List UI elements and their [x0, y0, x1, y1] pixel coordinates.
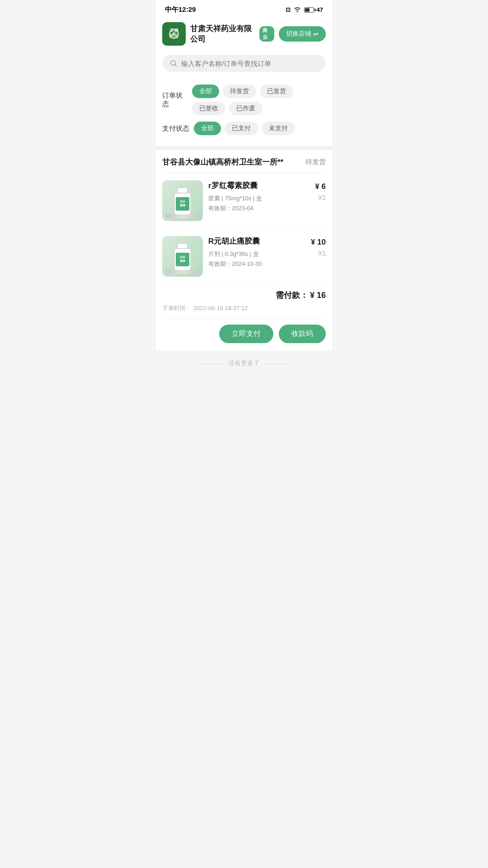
- product-spec: 片剂 | 0.3g*36s | 盒: [208, 250, 305, 258]
- payment-status-tabs: 全部 已支付 未支付: [194, 122, 295, 135]
- product-item: 安井 健康 R元胡止痛胶囊 片剂 | 0.3g*36s | 盒 有效期：2024…: [162, 229, 326, 284]
- wifi-icon: [293, 6, 301, 14]
- battery-icon: [304, 7, 314, 13]
- payment-status-tab-paid[interactable]: 已支付: [225, 122, 258, 135]
- order-total-row: 需付款： ¥ 16: [162, 284, 326, 304]
- product-image: 安井 健康: [162, 180, 203, 221]
- order-status-tab-cancelled[interactable]: 已作废: [229, 102, 263, 115]
- order-time-label: 下单时间：: [162, 305, 192, 311]
- status-time: 中午12:29: [165, 5, 196, 14]
- pay-now-button[interactable]: 立即支付: [219, 325, 273, 343]
- order-time: 下单时间： 2022-06-16 18:37:12: [162, 304, 326, 319]
- company-info: 甘肃天祥药业有限公司 商业: [190, 24, 274, 44]
- payment-status-row: 支付状态 全部 已支付 未支付: [162, 122, 326, 135]
- company-name-text: 甘肃天祥药业有限公司: [190, 24, 256, 44]
- order-status-tab-signed[interactable]: 已签收: [192, 102, 225, 115]
- order-status-tab-pending[interactable]: 待发货: [223, 85, 256, 98]
- search-section: [156, 50, 332, 78]
- order-status-tab-shipped[interactable]: 已发货: [260, 85, 293, 98]
- order-card: 甘谷县大像山镇高桥村卫生室一所** 待发货 安井 健康: [156, 150, 332, 350]
- order-header: 甘谷县大像山镇高桥村卫生室一所** 待发货: [162, 150, 326, 173]
- total-label: 需付款：: [276, 291, 308, 300]
- order-customer: 甘谷县大像山镇高桥村卫生室一所**: [162, 157, 305, 167]
- product-qty: X1: [318, 250, 326, 257]
- status-icons: ⊡ 47: [286, 6, 323, 14]
- order-status-label: 订单状态: [162, 91, 188, 108]
- order-status-tab-all[interactable]: 全部: [192, 85, 219, 98]
- product-image: 安井 健康: [162, 236, 203, 277]
- product-price: ¥ 10: [311, 238, 326, 247]
- order-time-value: 2022-06-16 18:37:12: [193, 305, 248, 311]
- product-expiry: 有效期：2023-04: [208, 204, 310, 212]
- product-price: ¥ 6: [315, 182, 326, 191]
- payment-status-tab-all[interactable]: 全部: [194, 122, 221, 135]
- search-icon: [169, 59, 178, 67]
- section-divider: [156, 146, 332, 150]
- payment-status-label: 支付状态: [162, 124, 189, 133]
- status-bar: 中午12:29 ⊡ 47: [156, 0, 332, 18]
- product-price-qty: ¥ 6 X1: [315, 180, 326, 201]
- order-actions: 立即支付 收款码: [162, 319, 326, 350]
- switch-icon: ⇌: [313, 30, 319, 38]
- order-status-badge: 待发货: [305, 158, 326, 166]
- product-qty: X1: [318, 194, 326, 201]
- app-header: 天祥 药业 甘肃天祥药业有限公司 商业 切换店铺 ⇌: [156, 18, 332, 50]
- product-expiry: 有效期：2024-10-30: [208, 260, 305, 268]
- battery-level: 47: [317, 6, 323, 13]
- order-status-row: 订单状态 全部 待发货 已发货 已签收 已作废: [162, 85, 326, 115]
- product-info: r罗红霉素胶囊 胶囊 | 75mg*10s | 盒 有效期：2023-04: [208, 180, 310, 212]
- product-name: r罗红霉素胶囊: [208, 180, 310, 191]
- switch-store-button[interactable]: 切换店铺 ⇌: [279, 26, 326, 42]
- search-input[interactable]: [181, 60, 319, 67]
- no-more-text: 没有更多了: [156, 350, 332, 381]
- product-name: R元胡止痛胶囊: [208, 236, 305, 246]
- company-name-row: 甘肃天祥药业有限公司 商业: [190, 24, 274, 44]
- screen-icon: ⊡: [286, 6, 291, 13]
- product-item: 安井 健康 r罗红霉素胶囊 胶囊 | 75mg*10s | 盒 有效期：2023…: [162, 173, 326, 229]
- product-price-qty: ¥ 10 X1: [311, 236, 326, 257]
- product-spec: 胶囊 | 75mg*10s | 盒: [208, 194, 310, 203]
- company-logo: 天祥 药业: [162, 22, 186, 46]
- search-input-wrap[interactable]: [162, 55, 326, 72]
- filter-section: 订单状态 全部 待发货 已发货 已签收 已作废 支付状态 全部 已支付 未支付: [156, 78, 332, 146]
- business-badge: 商业: [259, 26, 274, 42]
- qr-code-button[interactable]: 收款码: [279, 325, 326, 343]
- total-value: ¥ 16: [310, 291, 326, 300]
- total-amount: 需付款： ¥ 16: [276, 290, 326, 301]
- order-status-tabs: 全部 待发货 已发货 已签收 已作废: [192, 85, 326, 115]
- product-info: R元胡止痛胶囊 片剂 | 0.3g*36s | 盒 有效期：2024-10-30: [208, 236, 305, 268]
- payment-status-tab-unpaid[interactable]: 未支付: [262, 122, 295, 135]
